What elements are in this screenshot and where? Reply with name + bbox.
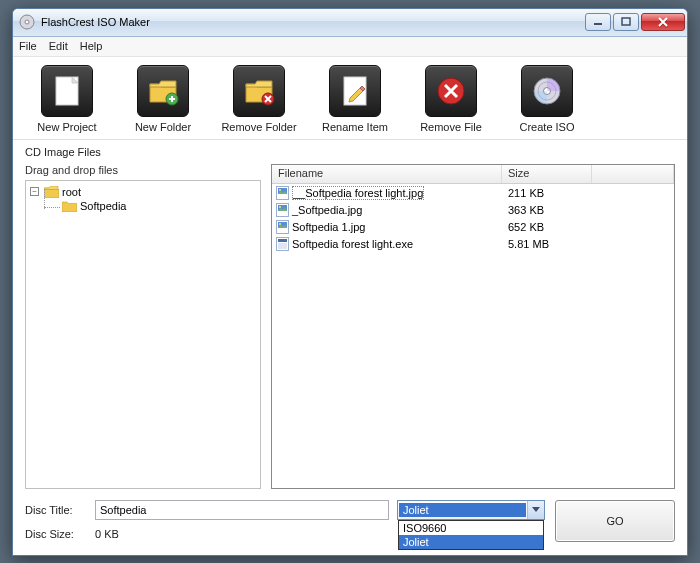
new-project-label: New Project <box>37 121 96 133</box>
tree-child-row[interactable]: Softpedia <box>30 199 256 213</box>
list-row[interactable]: _Softpedia.jpg363 KB <box>272 202 674 219</box>
rename-item-label: Rename Item <box>322 121 388 133</box>
col-size[interactable]: Size <box>502 165 592 183</box>
app-icon <box>19 14 35 30</box>
window-buttons <box>583 13 685 31</box>
cell-filename: _Softpedia.jpg <box>272 203 502 217</box>
tree-root-label: root <box>62 186 81 198</box>
new-project-icon <box>41 65 93 117</box>
tree-collapse-icon[interactable]: − <box>30 187 39 196</box>
new-folder-button[interactable]: New Folder <box>119 65 207 133</box>
create-iso-label: Create ISO <box>519 121 574 133</box>
close-button[interactable] <box>641 13 685 31</box>
file-list[interactable]: Filename Size __Softpedia forest light.j… <box>271 164 675 489</box>
new-project-button[interactable]: New Project <box>23 65 111 133</box>
cell-size: 211 KB <box>502 187 592 199</box>
list-row[interactable]: Softpedia 1.jpg652 KB <box>272 219 674 236</box>
filesystem-selected: Joliet <box>399 503 526 517</box>
bottom-left: Disc Title: Joliet ISO9660 Joliet Disc S… <box>25 499 545 543</box>
toolbar: New Project New Folder Remove Folder Ren… <box>13 57 687 140</box>
minimize-button[interactable] <box>585 13 611 31</box>
menubar: File Edit Help <box>13 37 687 57</box>
remove-folder-icon <box>233 65 285 117</box>
app-window: FlashCrest ISO Maker File Edit Help New … <box>12 8 688 556</box>
rename-item-icon <box>329 65 381 117</box>
create-iso-icon <box>521 65 573 117</box>
col-filename[interactable]: Filename <box>272 165 502 183</box>
cell-filename: __Softpedia forest light.jpg <box>272 186 502 200</box>
svg-rect-22 <box>278 239 287 242</box>
go-button[interactable]: GO <box>555 500 675 542</box>
create-iso-button[interactable]: Create ISO <box>503 65 591 133</box>
menu-help[interactable]: Help <box>80 40 103 52</box>
cell-size: 652 KB <box>502 221 592 233</box>
filesystem-combo[interactable]: Joliet ISO9660 Joliet <box>397 500 545 520</box>
folder-icon <box>62 200 77 212</box>
bottom-panel: Disc Title: Joliet ISO9660 Joliet Disc S… <box>13 489 687 555</box>
disc-title-input[interactable] <box>95 500 389 520</box>
cell-size: 363 KB <box>502 204 592 216</box>
image-file-icon <box>276 203 289 217</box>
fs-option-joliet[interactable]: Joliet <box>399 535 543 549</box>
exe-file-icon <box>276 237 289 251</box>
tree-pane: Drag and drop files − root Softpedia <box>25 164 261 489</box>
menu-edit[interactable]: Edit <box>49 40 68 52</box>
list-header: Filename Size <box>272 165 674 184</box>
svg-point-14 <box>279 189 281 191</box>
tree-connector-icon <box>40 199 62 213</box>
image-file-icon <box>276 220 289 234</box>
tree-child-label: Softpedia <box>80 200 126 212</box>
folder-tree[interactable]: − root Softpedia <box>25 180 261 489</box>
maximize-button[interactable] <box>613 13 639 31</box>
svg-rect-2 <box>594 23 602 25</box>
go-label: GO <box>606 515 623 527</box>
tree-hint: Drag and drop files <box>25 164 261 176</box>
titlebar[interactable]: FlashCrest ISO Maker <box>13 9 687 37</box>
rename-item-button[interactable]: Rename Item <box>311 65 399 133</box>
disc-size-label: Disc Size: <box>25 528 87 540</box>
remove-file-icon <box>425 65 477 117</box>
remove-folder-label: Remove Folder <box>221 121 296 133</box>
panes: Drag and drop files − root Softpedia <box>25 164 675 489</box>
cell-size: 5.81 MB <box>502 238 592 250</box>
cell-filename: Softpedia forest light.exe <box>272 237 502 251</box>
col-spacer <box>592 165 674 183</box>
new-folder-label: New Folder <box>135 121 191 133</box>
remove-file-label: Remove File <box>420 121 482 133</box>
svg-point-1 <box>25 20 29 24</box>
list-row[interactable]: __Softpedia forest light.jpg211 KB <box>272 185 674 202</box>
filesystem-dropdown: ISO9660 Joliet <box>398 520 544 550</box>
section-label: CD Image Files <box>25 146 675 158</box>
disc-size-value: 0 KB <box>95 528 389 540</box>
remove-file-button[interactable]: Remove File <box>407 65 495 133</box>
chevron-down-icon[interactable] <box>527 501 544 519</box>
fs-option-iso9660[interactable]: ISO9660 <box>399 521 543 535</box>
menu-file[interactable]: File <box>19 40 37 52</box>
svg-point-20 <box>279 223 281 225</box>
svg-rect-23 <box>278 243 287 249</box>
svg-rect-3 <box>622 18 630 25</box>
image-file-icon <box>276 186 289 200</box>
cell-filename: Softpedia 1.jpg <box>272 220 502 234</box>
new-folder-icon <box>137 65 189 117</box>
tree-root-row[interactable]: − root <box>30 185 256 199</box>
folder-icon <box>44 186 59 198</box>
list-rows: __Softpedia forest light.jpg211 KB_Softp… <box>272 184 674 488</box>
remove-folder-button[interactable]: Remove Folder <box>215 65 303 133</box>
window-title: FlashCrest ISO Maker <box>41 16 583 28</box>
content-area: CD Image Files Drag and drop files − roo… <box>13 140 687 489</box>
list-row[interactable]: Softpedia forest light.exe5.81 MB <box>272 236 674 253</box>
disc-title-label: Disc Title: <box>25 504 87 516</box>
svg-point-17 <box>279 206 281 208</box>
